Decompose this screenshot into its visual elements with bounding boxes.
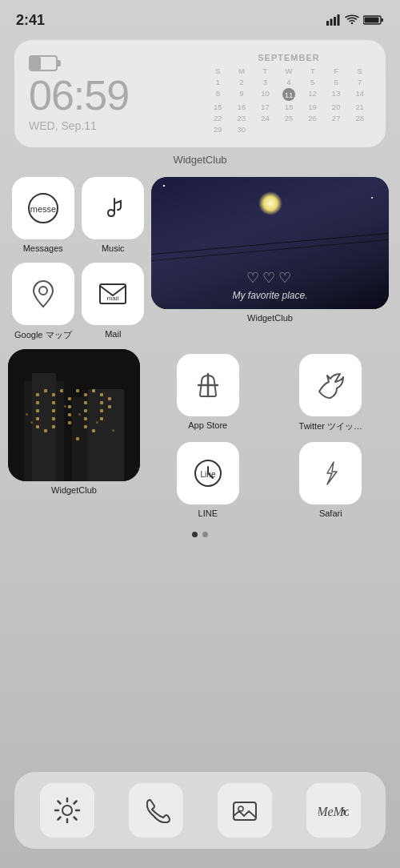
clock-calendar-widget: 06:59 WED, Sep.11 SEPTEMBER S M T W T F … (14, 40, 386, 147)
svg-rect-27 (52, 425, 55, 428)
svg-rect-32 (68, 413, 71, 416)
photos-icon (230, 795, 260, 826)
svg-rect-24 (52, 401, 55, 404)
app-googlemaps[interactable]: Google マップ (8, 258, 78, 346)
svg-rect-42 (100, 393, 103, 396)
svg-rect-0 (326, 21, 329, 26)
svg-rect-47 (108, 405, 111, 408)
dock: MeMo (14, 772, 386, 849)
svg-rect-36 (84, 393, 87, 396)
svg-rect-35 (76, 437, 79, 440)
line-icon-svg: Line (190, 456, 226, 491)
svg-rect-39 (84, 417, 87, 420)
line-label: LINE (198, 508, 218, 518)
svg-rect-51 (64, 405, 66, 408)
svg-text:mail: mail (107, 295, 119, 302)
app-mail[interactable]: mail Mail (78, 258, 149, 346)
battery-icon (363, 14, 384, 26)
cal-header-m: M (230, 66, 254, 76)
city-visual (8, 349, 140, 481)
svg-rect-2 (334, 17, 336, 26)
svg-rect-43 (100, 401, 103, 404)
svg-rect-54 (112, 429, 114, 432)
svg-rect-53 (96, 421, 98, 424)
night-sky-visual: ♡♡♡ My favorite place. (151, 177, 389, 309)
messages-icon-bg: messe (12, 177, 74, 239)
dock-photos[interactable] (218, 783, 272, 838)
widgetclub-label: WidgetClub (0, 154, 400, 166)
svg-rect-22 (44, 389, 47, 392)
messages-icon-svg: messe (26, 191, 61, 226)
appstore-icon-svg (190, 368, 226, 403)
appstore-icon-bg (177, 354, 239, 416)
status-time: 2:41 (16, 12, 45, 29)
app-widgetclub-nightsky[interactable]: ♡♡♡ My favorite place. WidgetClub (148, 172, 392, 346)
svg-rect-38 (84, 409, 87, 412)
svg-rect-3 (338, 14, 340, 26)
svg-rect-6 (365, 18, 379, 23)
small-apps-grid: messe Messages Music Google マップ (8, 172, 148, 346)
cal-header-s2: S (348, 66, 371, 76)
app-music[interactable]: Music (78, 172, 149, 258)
svg-text:Line: Line (200, 470, 215, 479)
svg-rect-28 (60, 389, 63, 392)
cal-header-t1: T (254, 66, 277, 76)
maps-icon-bg (12, 263, 74, 325)
hearts-text: ♡♡♡ (246, 269, 294, 287)
twitter-icon-bg (299, 354, 362, 416)
svg-rect-30 (68, 397, 71, 400)
svg-rect-5 (382, 18, 384, 22)
favorite-place-text: My favorite place. (232, 290, 307, 301)
app-twitter[interactable]: Twitter ツイッ… (270, 349, 393, 437)
svg-rect-20 (36, 417, 39, 420)
app-safari[interactable]: Safari (270, 437, 393, 525)
signal-icon (326, 14, 341, 26)
calendar-today: 11 (282, 88, 295, 101)
wifi-icon (345, 14, 359, 26)
safari-icon-bg (299, 442, 362, 504)
page-dots (0, 532, 400, 537)
svg-rect-16 (88, 389, 124, 481)
svg-rect-44 (100, 409, 103, 412)
dock-phone[interactable] (129, 783, 183, 838)
svg-rect-50 (30, 421, 33, 424)
dock-settings[interactable] (40, 783, 94, 838)
svg-rect-17 (36, 393, 39, 396)
svg-rect-41 (92, 389, 95, 392)
svg-rect-23 (52, 393, 55, 396)
cal-header-w: W (278, 66, 301, 76)
status-bar: 2:41 (0, 0, 400, 32)
music-label: Music (102, 243, 125, 253)
nightsky-icon-bg: ♡♡♡ My favorite place. (151, 177, 389, 309)
svg-rect-1 (330, 19, 333, 26)
svg-rect-45 (100, 417, 103, 420)
line-icon-bg: Line (177, 442, 239, 504)
mail-label: Mail (105, 329, 121, 339)
app-appstore[interactable]: App Store (146, 349, 270, 437)
svg-rect-37 (84, 401, 87, 404)
safari-label: Safari (319, 508, 342, 518)
svg-rect-26 (52, 417, 55, 420)
svg-rect-31 (68, 405, 71, 408)
widget-battery (29, 55, 58, 71)
maps-label: Google マップ (14, 329, 72, 341)
svg-rect-40 (84, 425, 87, 428)
svg-point-9 (39, 287, 47, 295)
mail-icon-svg: mail (95, 276, 130, 311)
dock-memo[interactable]: MeMo (306, 783, 361, 838)
city-widgetclub-label: WidgetClub (51, 485, 97, 495)
svg-rect-48 (92, 429, 95, 432)
app-line[interactable]: Line LINE (146, 437, 270, 525)
svg-rect-34 (76, 389, 79, 392)
app-widgetclub-city[interactable]: WidgetClub (8, 349, 140, 525)
svg-rect-52 (78, 413, 81, 416)
star-2 (371, 197, 373, 199)
svg-rect-29 (44, 429, 47, 432)
widget-date: WED, Sep.11 (29, 119, 194, 132)
widget-calendar: SEPTEMBER S M T W T F S 1 2 3 4 5 6 7 8 … (206, 53, 371, 135)
safari-icon-svg (313, 456, 348, 491)
svg-text:messe: messe (30, 204, 56, 214)
app-messages[interactable]: messe Messages (8, 172, 78, 258)
city-icon-bg (8, 349, 140, 481)
app-row-2: WidgetClub App Store Twitter ツイッ… (0, 349, 400, 525)
